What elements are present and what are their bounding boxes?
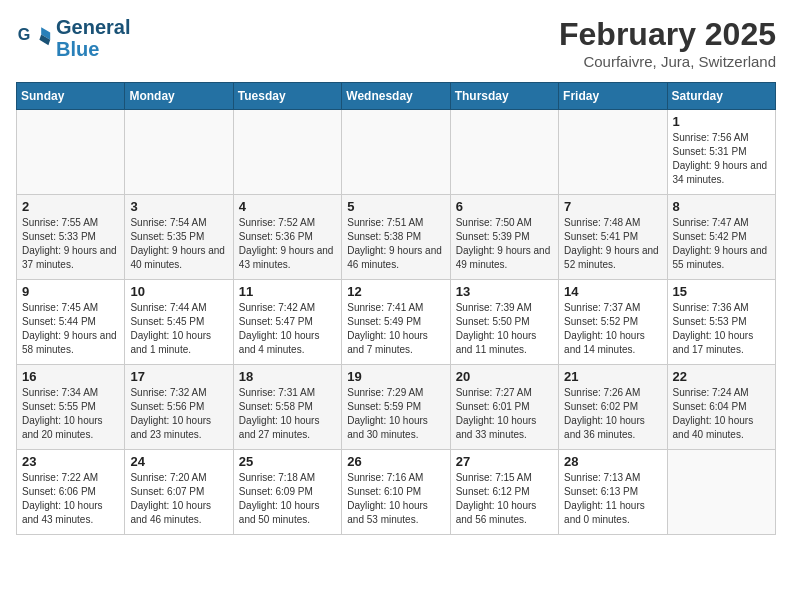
day-info: Sunrise: 7:22 AM Sunset: 6:06 PM Dayligh… <box>22 471 119 527</box>
calendar-cell: 21Sunrise: 7:26 AM Sunset: 6:02 PM Dayli… <box>559 365 667 450</box>
day-number: 1 <box>673 114 770 129</box>
day-number: 7 <box>564 199 661 214</box>
day-number: 28 <box>564 454 661 469</box>
calendar-cell: 8Sunrise: 7:47 AM Sunset: 5:42 PM Daylig… <box>667 195 775 280</box>
calendar-cell <box>233 110 341 195</box>
day-info: Sunrise: 7:34 AM Sunset: 5:55 PM Dayligh… <box>22 386 119 442</box>
logo-icon: G <box>16 20 52 56</box>
calendar-cell: 7Sunrise: 7:48 AM Sunset: 5:41 PM Daylig… <box>559 195 667 280</box>
calendar-header-row: SundayMondayTuesdayWednesdayThursdayFrid… <box>17 83 776 110</box>
day-info: Sunrise: 7:42 AM Sunset: 5:47 PM Dayligh… <box>239 301 336 357</box>
header: G General Blue February 2025 Courfaivre,… <box>16 16 776 70</box>
day-info: Sunrise: 7:37 AM Sunset: 5:52 PM Dayligh… <box>564 301 661 357</box>
day-number: 24 <box>130 454 227 469</box>
calendar-cell: 18Sunrise: 7:31 AM Sunset: 5:58 PM Dayli… <box>233 365 341 450</box>
day-info: Sunrise: 7:32 AM Sunset: 5:56 PM Dayligh… <box>130 386 227 442</box>
day-number: 25 <box>239 454 336 469</box>
calendar-cell: 13Sunrise: 7:39 AM Sunset: 5:50 PM Dayli… <box>450 280 558 365</box>
day-number: 3 <box>130 199 227 214</box>
calendar-cell: 20Sunrise: 7:27 AM Sunset: 6:01 PM Dayli… <box>450 365 558 450</box>
calendar-cell: 12Sunrise: 7:41 AM Sunset: 5:49 PM Dayli… <box>342 280 450 365</box>
calendar-day-header: Monday <box>125 83 233 110</box>
day-info: Sunrise: 7:50 AM Sunset: 5:39 PM Dayligh… <box>456 216 553 272</box>
logo: G General Blue <box>16 16 130 60</box>
calendar-cell <box>450 110 558 195</box>
calendar-cell <box>559 110 667 195</box>
day-info: Sunrise: 7:47 AM Sunset: 5:42 PM Dayligh… <box>673 216 770 272</box>
calendar-day-header: Sunday <box>17 83 125 110</box>
day-info: Sunrise: 7:15 AM Sunset: 6:12 PM Dayligh… <box>456 471 553 527</box>
day-info: Sunrise: 7:16 AM Sunset: 6:10 PM Dayligh… <box>347 471 444 527</box>
calendar-week-row: 23Sunrise: 7:22 AM Sunset: 6:06 PM Dayli… <box>17 450 776 535</box>
logo-blue: Blue <box>56 38 130 60</box>
title-area: February 2025 Courfaivre, Jura, Switzerl… <box>559 16 776 70</box>
calendar-cell <box>125 110 233 195</box>
logo-general: General <box>56 16 130 38</box>
calendar-week-row: 2Sunrise: 7:55 AM Sunset: 5:33 PM Daylig… <box>17 195 776 280</box>
calendar-cell: 14Sunrise: 7:37 AM Sunset: 5:52 PM Dayli… <box>559 280 667 365</box>
calendar-cell: 4Sunrise: 7:52 AM Sunset: 5:36 PM Daylig… <box>233 195 341 280</box>
calendar-cell: 16Sunrise: 7:34 AM Sunset: 5:55 PM Dayli… <box>17 365 125 450</box>
svg-text:G: G <box>18 25 31 43</box>
calendar-cell: 3Sunrise: 7:54 AM Sunset: 5:35 PM Daylig… <box>125 195 233 280</box>
calendar-cell: 6Sunrise: 7:50 AM Sunset: 5:39 PM Daylig… <box>450 195 558 280</box>
calendar-week-row: 16Sunrise: 7:34 AM Sunset: 5:55 PM Dayli… <box>17 365 776 450</box>
day-info: Sunrise: 7:36 AM Sunset: 5:53 PM Dayligh… <box>673 301 770 357</box>
day-number: 15 <box>673 284 770 299</box>
day-info: Sunrise: 7:54 AM Sunset: 5:35 PM Dayligh… <box>130 216 227 272</box>
day-number: 21 <box>564 369 661 384</box>
day-info: Sunrise: 7:41 AM Sunset: 5:49 PM Dayligh… <box>347 301 444 357</box>
calendar-cell: 22Sunrise: 7:24 AM Sunset: 6:04 PM Dayli… <box>667 365 775 450</box>
calendar-cell: 23Sunrise: 7:22 AM Sunset: 6:06 PM Dayli… <box>17 450 125 535</box>
day-number: 27 <box>456 454 553 469</box>
calendar-week-row: 9Sunrise: 7:45 AM Sunset: 5:44 PM Daylig… <box>17 280 776 365</box>
calendar-cell: 26Sunrise: 7:16 AM Sunset: 6:10 PM Dayli… <box>342 450 450 535</box>
calendar-day-header: Tuesday <box>233 83 341 110</box>
day-number: 26 <box>347 454 444 469</box>
day-info: Sunrise: 7:26 AM Sunset: 6:02 PM Dayligh… <box>564 386 661 442</box>
day-info: Sunrise: 7:55 AM Sunset: 5:33 PM Dayligh… <box>22 216 119 272</box>
day-info: Sunrise: 7:56 AM Sunset: 5:31 PM Dayligh… <box>673 131 770 187</box>
calendar-day-header: Saturday <box>667 83 775 110</box>
day-number: 5 <box>347 199 444 214</box>
calendar-day-header: Wednesday <box>342 83 450 110</box>
day-info: Sunrise: 7:39 AM Sunset: 5:50 PM Dayligh… <box>456 301 553 357</box>
calendar-week-row: 1Sunrise: 7:56 AM Sunset: 5:31 PM Daylig… <box>17 110 776 195</box>
calendar-cell: 11Sunrise: 7:42 AM Sunset: 5:47 PM Dayli… <box>233 280 341 365</box>
day-number: 10 <box>130 284 227 299</box>
calendar-cell: 28Sunrise: 7:13 AM Sunset: 6:13 PM Dayli… <box>559 450 667 535</box>
day-info: Sunrise: 7:29 AM Sunset: 5:59 PM Dayligh… <box>347 386 444 442</box>
day-info: Sunrise: 7:27 AM Sunset: 6:01 PM Dayligh… <box>456 386 553 442</box>
day-number: 13 <box>456 284 553 299</box>
calendar-cell: 27Sunrise: 7:15 AM Sunset: 6:12 PM Dayli… <box>450 450 558 535</box>
day-number: 11 <box>239 284 336 299</box>
day-number: 8 <box>673 199 770 214</box>
calendar-table: SundayMondayTuesdayWednesdayThursdayFrid… <box>16 82 776 535</box>
calendar-cell <box>17 110 125 195</box>
day-number: 9 <box>22 284 119 299</box>
day-number: 12 <box>347 284 444 299</box>
day-info: Sunrise: 7:51 AM Sunset: 5:38 PM Dayligh… <box>347 216 444 272</box>
day-number: 19 <box>347 369 444 384</box>
day-number: 14 <box>564 284 661 299</box>
day-info: Sunrise: 7:24 AM Sunset: 6:04 PM Dayligh… <box>673 386 770 442</box>
day-info: Sunrise: 7:31 AM Sunset: 5:58 PM Dayligh… <box>239 386 336 442</box>
calendar-cell <box>667 450 775 535</box>
calendar-day-header: Friday <box>559 83 667 110</box>
calendar-day-header: Thursday <box>450 83 558 110</box>
month-title: February 2025 <box>559 16 776 53</box>
calendar-cell: 25Sunrise: 7:18 AM Sunset: 6:09 PM Dayli… <box>233 450 341 535</box>
calendar-cell: 5Sunrise: 7:51 AM Sunset: 5:38 PM Daylig… <box>342 195 450 280</box>
day-info: Sunrise: 7:45 AM Sunset: 5:44 PM Dayligh… <box>22 301 119 357</box>
day-number: 22 <box>673 369 770 384</box>
day-info: Sunrise: 7:52 AM Sunset: 5:36 PM Dayligh… <box>239 216 336 272</box>
calendar-cell: 17Sunrise: 7:32 AM Sunset: 5:56 PM Dayli… <box>125 365 233 450</box>
day-number: 4 <box>239 199 336 214</box>
day-number: 20 <box>456 369 553 384</box>
day-number: 18 <box>239 369 336 384</box>
day-number: 6 <box>456 199 553 214</box>
calendar-cell: 2Sunrise: 7:55 AM Sunset: 5:33 PM Daylig… <box>17 195 125 280</box>
calendar-cell: 24Sunrise: 7:20 AM Sunset: 6:07 PM Dayli… <box>125 450 233 535</box>
day-number: 2 <box>22 199 119 214</box>
calendar-cell: 19Sunrise: 7:29 AM Sunset: 5:59 PM Dayli… <box>342 365 450 450</box>
